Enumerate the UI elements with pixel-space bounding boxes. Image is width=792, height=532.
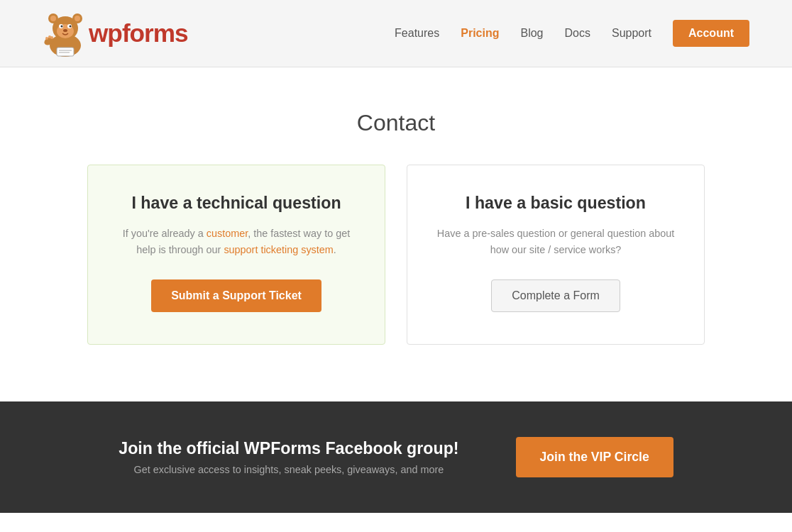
submit-support-ticket-button[interactable]: Submit a Support Ticket [151, 279, 321, 312]
svg-point-10 [70, 26, 72, 28]
nav-account-button[interactable]: Account [673, 20, 749, 47]
nav-features[interactable]: Features [395, 27, 439, 40]
svg-point-9 [61, 26, 63, 28]
svg-point-13 [45, 37, 48, 40]
logo-wp: wp [89, 19, 122, 47]
technical-card-title: I have a technical question [116, 194, 356, 213]
nav-docs[interactable]: Docs [565, 27, 590, 40]
basic-card-description: Have a pre-sales question or general que… [436, 226, 676, 258]
cards-container: I have a technical question If you're al… [77, 165, 715, 345]
main-content: Contact I have a technical question If y… [0, 67, 792, 401]
logo-bear-icon [43, 9, 89, 58]
svg-point-15 [50, 36, 53, 39]
logo-forms: forms [122, 19, 188, 47]
technical-question-card: I have a technical question If you're al… [87, 165, 385, 345]
customer-link[interactable]: customer [207, 228, 248, 239]
svg-point-4 [50, 16, 56, 21]
page-title: Contact [14, 110, 778, 136]
cta-title: Join the official WPForms Facebook group… [119, 439, 458, 458]
complete-form-button[interactable]: Complete a Form [491, 279, 620, 312]
technical-card-description: If you're already a customer, the fastes… [116, 226, 356, 258]
support-ticketing-link[interactable]: support ticketing system [224, 244, 333, 255]
logo-text: wpforms [89, 19, 188, 48]
nav-blog[interactable]: Blog [520, 27, 543, 40]
cta-subtitle: Get exclusive access to insights, sneak … [119, 464, 458, 475]
nav-pricing[interactable]: Pricing [461, 27, 499, 40]
main-nav: Features Pricing Blog Docs Support Accou… [395, 20, 749, 47]
svg-rect-16 [57, 48, 74, 56]
join-vip-circle-button[interactable]: Join the VIP Circle [516, 437, 673, 477]
logo-link[interactable]: wpforms [43, 9, 188, 58]
basic-card-title: I have a basic question [436, 194, 676, 213]
svg-point-5 [75, 16, 80, 21]
nav-support[interactable]: Support [612, 27, 651, 40]
cta-text-area: Join the official WPForms Facebook group… [119, 439, 458, 475]
cta-bar: Join the official WPForms Facebook group… [0, 401, 792, 513]
basic-question-card: I have a basic question Have a pre-sales… [407, 165, 705, 345]
svg-point-11 [63, 29, 67, 32]
site-header: wpforms Features Pricing Blog Docs Suppo… [0, 0, 792, 67]
